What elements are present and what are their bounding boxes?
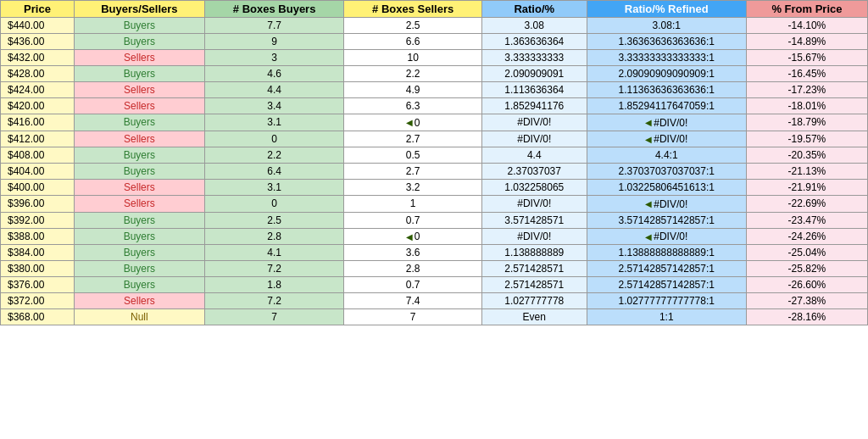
- buyers-sellers-cell: Buyers: [74, 18, 204, 34]
- boxes-buyers-cell: 2.8: [204, 228, 344, 245]
- from-price-cell: -14.89%: [746, 34, 867, 50]
- ratio-cell: 1.852941176: [481, 98, 587, 114]
- boxes-sellers-cell: 6.3: [344, 98, 481, 114]
- from-price-cell: -18.79%: [746, 114, 867, 131]
- price-cell: $420.00: [1, 98, 75, 114]
- boxes-sellers-cell: 1: [344, 196, 481, 213]
- buyers-sellers-cell: Buyers: [74, 277, 204, 293]
- buyers-sellers-cell: Sellers: [74, 196, 204, 213]
- ratio-cell: 3.571428571: [481, 212, 587, 228]
- boxes-buyers-cell: 7.7: [204, 18, 344, 34]
- boxes-sellers-cell: ◀0: [344, 228, 481, 245]
- price-cell: $440.00: [1, 18, 75, 34]
- ratio-cell: 1.113636364: [481, 82, 587, 98]
- boxes-sellers-cell: 0.7: [344, 212, 481, 228]
- boxes-sellers-cell: 4.9: [344, 82, 481, 98]
- ratio-cell: Even: [481, 309, 587, 325]
- boxes-buyers-cell: 4.4: [204, 82, 344, 98]
- ratio-cell: 2.090909091: [481, 66, 587, 82]
- from-price-cell: -20.35%: [746, 147, 867, 164]
- ratio-cell: 2.571428571: [481, 261, 587, 277]
- boxes-buyers-cell: 3.4: [204, 98, 344, 114]
- buyers-sellers-cell: Buyers: [74, 66, 204, 82]
- price-cell: $436.00: [1, 34, 75, 50]
- ratio-refined-cell: 2.37037037037037:1: [587, 164, 746, 180]
- ratio-refined-cell: ◀#DIV/0!: [587, 114, 746, 131]
- price-cell: $372.00: [1, 293, 75, 309]
- ratio-refined-cell: ◀#DIV/0!: [587, 228, 746, 245]
- from-price-cell: -14.10%: [746, 18, 867, 34]
- boxes-sellers-cell: 7.4: [344, 293, 481, 309]
- ratio-refined-cell: 1.13888888888889:1: [587, 245, 746, 261]
- boxes-buyers-cell: 7.2: [204, 293, 344, 309]
- ratio-cell: #DIV/0!: [481, 131, 587, 147]
- price-cell: $432.00: [1, 50, 75, 66]
- ratio-cell: 1.363636364: [481, 34, 587, 50]
- price-cell: $392.00: [1, 212, 75, 228]
- from-price-cell: -23.47%: [746, 212, 867, 228]
- ratio-refined-cell: 2.57142857142857:1: [587, 277, 746, 293]
- buyers-sellers-cell: Sellers: [74, 131, 204, 147]
- ratio-cell: 3.333333333: [481, 50, 587, 66]
- boxes-buyers-cell: 9: [204, 34, 344, 50]
- ratio-cell: 1.027777778: [481, 293, 587, 309]
- price-cell: $396.00: [1, 196, 75, 213]
- boxes-buyers-cell: 2.2: [204, 147, 344, 164]
- buyers-sellers-cell: Buyers: [74, 164, 204, 180]
- buyers-sellers-cell: Sellers: [74, 98, 204, 114]
- price-cell: $408.00: [1, 147, 75, 164]
- ratio-refined-cell: 3.33333333333333:1: [587, 50, 746, 66]
- from-price-cell: -27.38%: [746, 293, 867, 309]
- price-cell: $368.00: [1, 309, 75, 325]
- header-boxes-sellers: # Boxes Sellers: [344, 1, 481, 18]
- buyers-sellers-cell: Buyers: [74, 212, 204, 228]
- ratio-refined-cell: 1.02777777777778:1: [587, 293, 746, 309]
- ratio-cell: 1.138888889: [481, 245, 587, 261]
- buyers-sellers-cell: Buyers: [74, 34, 204, 50]
- ratio-cell: 2.571428571: [481, 277, 587, 293]
- boxes-sellers-cell: 0.5: [344, 147, 481, 164]
- ratio-refined-cell: ◀#DIV/0!: [587, 196, 746, 213]
- from-price-cell: -26.60%: [746, 277, 867, 293]
- boxes-buyers-cell: 1.8: [204, 277, 344, 293]
- buyers-sellers-cell: Buyers: [74, 228, 204, 245]
- boxes-sellers-cell: 3.2: [344, 180, 481, 196]
- header-boxes-buyers: # Boxes Buyers: [204, 1, 344, 18]
- ratio-refined-cell: 3.57142857142857:1: [587, 212, 746, 228]
- boxes-buyers-cell: 6.4: [204, 164, 344, 180]
- from-price-cell: -21.91%: [746, 180, 867, 196]
- boxes-sellers-cell: 7: [344, 309, 481, 325]
- boxes-sellers-cell: 6.6: [344, 34, 481, 50]
- from-price-cell: -28.16%: [746, 309, 867, 325]
- from-price-cell: -16.45%: [746, 66, 867, 82]
- boxes-sellers-cell: 2.7: [344, 131, 481, 147]
- boxes-buyers-cell: 3.1: [204, 180, 344, 196]
- boxes-sellers-cell: 2.8: [344, 261, 481, 277]
- boxes-sellers-cell: ◀0: [344, 114, 481, 131]
- boxes-buyers-cell: 4.1: [204, 245, 344, 261]
- buyers-sellers-cell: Sellers: [74, 180, 204, 196]
- price-cell: $404.00: [1, 164, 75, 180]
- boxes-sellers-cell: 10: [344, 50, 481, 66]
- price-cell: $416.00: [1, 114, 75, 131]
- header-from-price: % From Price: [746, 1, 867, 18]
- ratio-refined-cell: 3.08:1: [587, 18, 746, 34]
- ratio-cell: #DIV/0!: [481, 196, 587, 213]
- boxes-buyers-cell: 0: [204, 131, 344, 147]
- from-price-cell: -19.57%: [746, 131, 867, 147]
- header-ratio-refined: Ratio/% Refined: [587, 1, 746, 18]
- price-cell: $400.00: [1, 180, 75, 196]
- ratio-refined-cell: 1.36363636363636:1: [587, 34, 746, 50]
- from-price-cell: -18.01%: [746, 98, 867, 114]
- header-buyers-sellers: Buyers/Sellers: [74, 1, 204, 18]
- ratio-refined-cell: ◀#DIV/0!: [587, 131, 746, 147]
- buyers-sellers-cell: Buyers: [74, 245, 204, 261]
- buyers-sellers-cell: Sellers: [74, 50, 204, 66]
- buyers-sellers-cell: Null: [74, 309, 204, 325]
- ratio-cell: 2.37037037: [481, 164, 587, 180]
- boxes-sellers-cell: 2.7: [344, 164, 481, 180]
- price-cell: $424.00: [1, 82, 75, 98]
- boxes-sellers-cell: 2.5: [344, 18, 481, 34]
- buyers-sellers-cell: Buyers: [74, 261, 204, 277]
- boxes-buyers-cell: 7.2: [204, 261, 344, 277]
